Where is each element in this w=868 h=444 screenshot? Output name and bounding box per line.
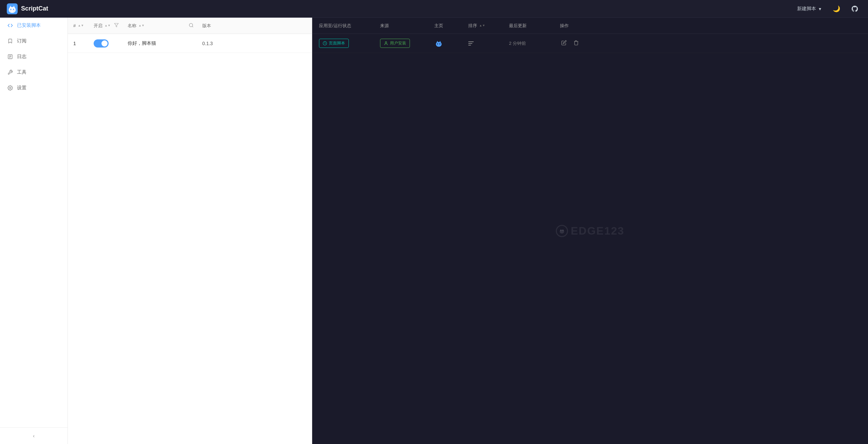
dark-th-action: 操作 <box>560 23 861 29</box>
svg-point-20 <box>385 42 386 43</box>
sidebar-log-label: 日志 <box>17 54 26 60</box>
dark-th-update: 最后更新 <box>509 23 560 29</box>
enable-toggle[interactable] <box>94 39 109 48</box>
script-table-panel: # ▲▼ 开启 ▲▼ 名称 ▲▼ <box>68 18 312 444</box>
delete-button[interactable] <box>572 39 580 48</box>
dark-th-sort[interactable]: 排序 ▲▼ <box>468 23 509 29</box>
dark-td-action <box>560 39 861 48</box>
sort-sort-arrows: ▲▼ <box>479 24 485 27</box>
sort-lines-icon[interactable] <box>468 41 474 45</box>
svg-marker-27 <box>560 229 562 231</box>
svg-point-23 <box>436 42 442 47</box>
svg-point-26 <box>438 45 439 45</box>
th-name-label: 名称 <box>128 23 136 29</box>
svg-point-6 <box>12 10 13 11</box>
dropdown-icon: ▾ <box>819 6 821 12</box>
edit-button[interactable] <box>560 39 568 48</box>
th-name[interactable]: 名称 ▲▼ <box>128 23 189 29</box>
dark-th-source: 来源 <box>380 23 434 29</box>
sidebar-item-installed[interactable]: 已安装脚本 <box>0 18 68 33</box>
code-icon <box>7 23 14 28</box>
svg-point-29 <box>560 230 564 234</box>
last-update-label: 2 分钟前 <box>509 40 526 47</box>
new-script-label: 新建脚本 <box>797 6 816 12</box>
main-layout: 已安装脚本 订阅 日志 <box>0 18 868 444</box>
search-icon[interactable] <box>189 23 194 29</box>
dark-td-home[interactable] <box>434 39 468 48</box>
svg-line-18 <box>192 26 193 27</box>
dark-th-source-label: 来源 <box>380 23 389 29</box>
home-cat-icon[interactable] <box>434 39 443 48</box>
dark-td-source: 用户安装 <box>380 39 434 48</box>
sidebar-installed-label: 已安装脚本 <box>17 22 41 29</box>
theme-toggle-button[interactable]: 🌙 <box>830 4 843 14</box>
th-version-label: 版本 <box>202 23 211 29</box>
row-num: 1 <box>73 41 76 46</box>
source-badge-label: 用户安装 <box>390 40 406 46</box>
header: ScriptCat 新建脚本 ▾ 🌙 <box>0 0 868 18</box>
sidebar: 已安装脚本 订阅 日志 <box>0 18 68 444</box>
svg-point-15 <box>10 87 11 89</box>
header-right: 新建脚本 ▾ 🌙 <box>794 4 861 14</box>
sidebar-item-settings[interactable]: 设置 <box>0 80 68 96</box>
sidebar-subscribe-label: 订阅 <box>17 38 26 44</box>
row-name: 你好，脚本猫 <box>128 40 156 47</box>
edit-icon <box>561 40 567 45</box>
delete-icon <box>573 40 579 45</box>
logo-text: ScriptCat <box>21 5 48 12</box>
watermark-icon <box>556 225 568 237</box>
apply-badge-icon <box>323 41 327 45</box>
th-num[interactable]: # ▲▼ <box>73 23 94 28</box>
new-script-button[interactable]: 新建脚本 ▾ <box>794 4 825 14</box>
sidebar-item-subscribe[interactable]: 订阅 <box>0 33 68 49</box>
th-num-label: # <box>73 23 76 28</box>
td-num: 1 <box>73 41 94 46</box>
svg-point-25 <box>439 43 440 44</box>
svg-point-17 <box>189 23 193 26</box>
th-search[interactable] <box>189 23 202 29</box>
th-version: 版本 <box>202 23 306 29</box>
source-badge: 用户安装 <box>380 39 410 48</box>
github-button[interactable] <box>848 4 861 14</box>
enable-sort-arrows: ▲▼ <box>105 24 111 27</box>
settings-icon <box>7 85 14 91</box>
sidebar-item-log[interactable]: 日志 <box>0 49 68 64</box>
dark-th-apply: 应用至/运行状态 <box>319 23 380 29</box>
dark-th-action-label: 操作 <box>560 23 569 29</box>
dark-th-home-label: 主页 <box>434 23 443 29</box>
apply-badge: 页面脚本 <box>319 39 349 48</box>
github-icon <box>851 5 858 13</box>
dark-th-sort-label: 排序 <box>468 23 477 29</box>
tools-icon <box>7 70 14 75</box>
td-enable[interactable] <box>94 39 128 48</box>
td-version: 0.1.3 <box>202 41 306 46</box>
sidebar-item-tools[interactable]: 工具 <box>0 64 68 80</box>
toggle-thumb <box>101 40 108 47</box>
collapse-icon: ‹ <box>33 433 35 439</box>
apply-badge-label: 页面脚本 <box>329 40 345 46</box>
num-sort-arrows: ▲▼ <box>78 24 84 27</box>
dark-td-update: 2 分钟前 <box>509 40 560 47</box>
th-enable[interactable]: 开启 ▲▼ <box>94 23 128 29</box>
name-sort-arrows: ▲▼ <box>138 24 145 27</box>
watermark: EDGE123 <box>556 225 624 237</box>
svg-point-3 <box>9 7 16 13</box>
theme-icon: 🌙 <box>833 5 840 13</box>
sidebar-collapse-button[interactable]: ‹ <box>30 432 37 440</box>
dark-table-header: 应用至/运行状态 来源 主页 排序 ▲▼ 最后更新 <box>312 18 868 34</box>
sidebar-tools-label: 工具 <box>17 69 26 75</box>
sidebar-settings-label: 设置 <box>17 85 26 91</box>
table-header: # ▲▼ 开启 ▲▼ 名称 ▲▼ <box>68 18 312 34</box>
svg-point-5 <box>13 8 14 10</box>
dark-panel: 应用至/运行状态 来源 主页 排序 ▲▼ 最后更新 <box>312 18 868 444</box>
dark-td-sort[interactable] <box>468 41 509 45</box>
dark-th-apply-label: 应用至/运行状态 <box>319 23 351 29</box>
toggle-track <box>94 39 109 48</box>
logo-icon <box>7 3 18 14</box>
filter-icon[interactable] <box>114 23 119 29</box>
source-badge-icon <box>384 41 388 45</box>
dark-th-update-label: 最后更新 <box>509 23 527 29</box>
dark-td-apply: 页面脚本 <box>319 39 380 48</box>
dark-th-home: 主页 <box>434 23 468 29</box>
table-row: 1 你好，脚本猫 0.1.3 <box>68 34 312 53</box>
